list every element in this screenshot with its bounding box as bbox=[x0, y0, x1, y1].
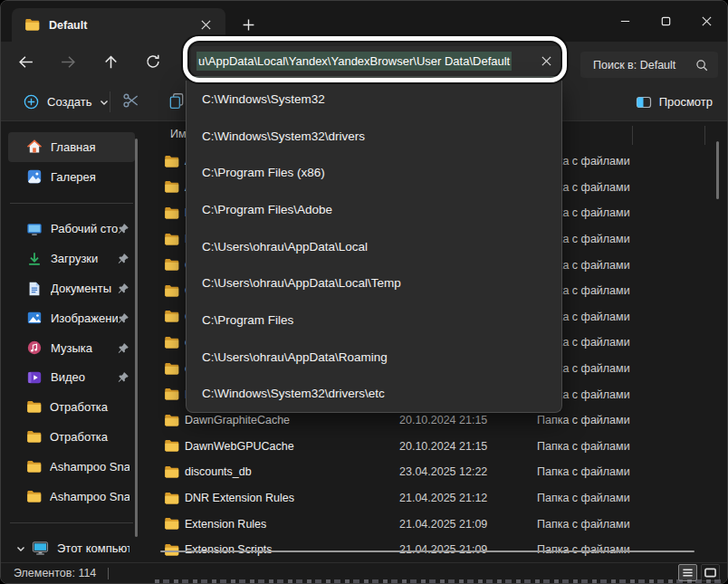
address-suggestion[interactable]: C:\Windows\System32 bbox=[187, 81, 561, 118]
create-button[interactable]: Создать bbox=[15, 89, 117, 115]
pin-icon bbox=[118, 312, 129, 324]
view-button[interactable]: Просмотр bbox=[636, 89, 713, 115]
address-bar[interactable]: u\AppData\Local\Yandex\YandexBrowser\Use… bbox=[191, 46, 561, 78]
column-separator[interactable] bbox=[704, 126, 705, 145]
file-type: Папка с файлами bbox=[537, 414, 630, 426]
address-suggestion[interactable]: C:\Windows\System32\drivers\etc bbox=[187, 376, 561, 413]
tab-default[interactable]: Default bbox=[12, 8, 225, 42]
column-separator[interactable] bbox=[632, 126, 633, 145]
close-button[interactable] bbox=[686, 1, 727, 41]
sidebar-item[interactable]: Изображени bbox=[8, 303, 135, 333]
sidebar-item[interactable]: Галерея bbox=[8, 162, 135, 192]
sidebar-item[interactable]: Загрузки bbox=[8, 244, 135, 273]
sidebar-item-label: Этот компьюте bbox=[57, 541, 129, 555]
address-suggestion[interactable]: C:\Program Files\Adobe bbox=[187, 191, 561, 228]
file-date: 21.04.2025 21:09 bbox=[399, 518, 487, 531]
up-button[interactable] bbox=[97, 48, 124, 75]
file-row[interactable]: DNR Extension Rules21.04.2025 21:12Папка… bbox=[148, 485, 727, 512]
downloads-icon bbox=[26, 251, 43, 267]
folder-icon bbox=[164, 491, 179, 506]
file-date: 21.04.2025 21:12 bbox=[399, 492, 487, 504]
address-suggestion[interactable]: C:\Users\ohrau\AppData\Local bbox=[187, 228, 561, 265]
horizontal-scrollbar[interactable] bbox=[160, 550, 694, 553]
folder-icon bbox=[164, 387, 179, 402]
sidebar-scrollbar[interactable] bbox=[135, 139, 138, 537]
pin-icon bbox=[118, 223, 129, 235]
folder-icon bbox=[164, 179, 179, 195]
pin-icon bbox=[118, 371, 129, 383]
search-label: Поиск в: Default bbox=[593, 59, 694, 72]
address-suggestion[interactable]: C:\Users\ohrau\AppData\Local\Temp bbox=[187, 264, 561, 302]
file-row[interactable]: DawnWebGPUCache20.10.2024 21:15Папка с ф… bbox=[148, 434, 727, 460]
maximize-button[interactable] bbox=[646, 1, 686, 41]
sidebar-item-label: Загрузки bbox=[51, 252, 118, 265]
folder-icon bbox=[26, 429, 42, 445]
sidebar-item[interactable]: Главная bbox=[8, 132, 135, 162]
address-suggestion[interactable]: C:\Program Files (x86) bbox=[187, 154, 561, 191]
sidebar-item[interactable]: Отработка bbox=[8, 392, 135, 422]
folder-icon bbox=[164, 413, 179, 428]
sidebar-item-label: Изображени bbox=[51, 311, 118, 325]
pin-icon bbox=[118, 282, 129, 294]
search-box[interactable]: Поиск в: Default bbox=[580, 52, 718, 78]
refresh-button[interactable] bbox=[139, 48, 167, 75]
file-type: Папка с файлами bbox=[537, 440, 630, 453]
sidebar-divider bbox=[10, 203, 133, 204]
create-label: Создать bbox=[47, 95, 91, 109]
sidebar-item[interactable]: Этот компьюте bbox=[8, 534, 135, 562]
sidebar-item[interactable]: Ashampoo Snap bbox=[8, 452, 135, 482]
sidebar-divider bbox=[10, 522, 133, 523]
view-split-icon bbox=[636, 94, 652, 110]
icons-view-button[interactable] bbox=[701, 564, 720, 581]
file-type: Папка с файлами bbox=[537, 518, 630, 531]
sidebar-item[interactable]: Ashampoo Snap bbox=[8, 482, 135, 512]
back-button[interactable] bbox=[12, 48, 39, 75]
address-suggestion[interactable]: C:\Program Files bbox=[187, 302, 561, 339]
new-tab-button[interactable] bbox=[235, 11, 262, 38]
sidebar-item[interactable]: Отработка bbox=[8, 422, 135, 452]
folder-icon bbox=[164, 154, 179, 169]
sidebar-item-label: Отработка bbox=[50, 430, 129, 444]
search-icon bbox=[694, 58, 709, 72]
file-date: 20.10.2024 21:15 bbox=[399, 440, 487, 453]
file-row[interactable]: Extension Rules21.04.2025 21:09Папка с ф… bbox=[148, 511, 727, 537]
folder-icon bbox=[24, 17, 40, 33]
folder-icon bbox=[164, 206, 179, 221]
file-type: Папка с файлами bbox=[537, 492, 630, 504]
vertical-scrollbar[interactable] bbox=[716, 141, 720, 199]
gallery-icon bbox=[26, 168, 43, 185]
folder-icon bbox=[164, 516, 179, 531]
sidebar-item-label: Главная bbox=[51, 140, 129, 154]
sidebar-item-label: Ashampoo Snap bbox=[50, 460, 129, 474]
tab-close-icon[interactable] bbox=[195, 14, 216, 36]
chevron-down-icon bbox=[99, 97, 110, 108]
folder-icon bbox=[26, 399, 42, 415]
folder-icon bbox=[164, 438, 179, 454]
file-name: DawnWebGPUCache bbox=[185, 440, 294, 453]
sidebar-item[interactable]: Музыка bbox=[8, 333, 135, 363]
cut-button[interactable] bbox=[122, 91, 140, 110]
copy-button[interactable] bbox=[168, 91, 186, 110]
minimize-button[interactable] bbox=[605, 1, 646, 41]
sidebar-item[interactable]: Видео bbox=[8, 363, 135, 393]
address-selected-text: u\AppData\Local\Yandex\YandexBrowser\Use… bbox=[196, 52, 512, 71]
folder-icon bbox=[164, 283, 179, 299]
sidebar-item[interactable]: Документы bbox=[8, 273, 135, 303]
clipped-text-strip bbox=[155, 579, 722, 583]
address-clear-icon[interactable] bbox=[536, 52, 556, 72]
details-view-button[interactable] bbox=[678, 564, 697, 581]
folder-icon bbox=[26, 489, 42, 504]
sidebar-item-label: Галерея bbox=[51, 170, 129, 184]
sidebar-item-label: Отработка bbox=[50, 400, 129, 414]
folder-icon bbox=[164, 464, 179, 480]
address-suggestion[interactable]: C:\Windows\System32\drivers bbox=[187, 118, 561, 155]
file-explorer-window: Default u\AppData\Local\Yandex\YandexBro… bbox=[0, 0, 728, 584]
address-suggestion[interactable]: C:\Users\ohrau\AppData\Roaming bbox=[187, 339, 561, 376]
desktop-icon bbox=[26, 221, 43, 237]
folder-icon bbox=[26, 459, 42, 474]
forward-button[interactable] bbox=[54, 48, 81, 75]
sidebar-item[interactable]: Рабочий сто bbox=[8, 215, 135, 244]
file-name: Extension Rules bbox=[185, 518, 266, 531]
file-row[interactable]: discounts_db23.04.2025 12:22Папка с файл… bbox=[148, 459, 727, 485]
tab-title: Default bbox=[49, 19, 195, 32]
